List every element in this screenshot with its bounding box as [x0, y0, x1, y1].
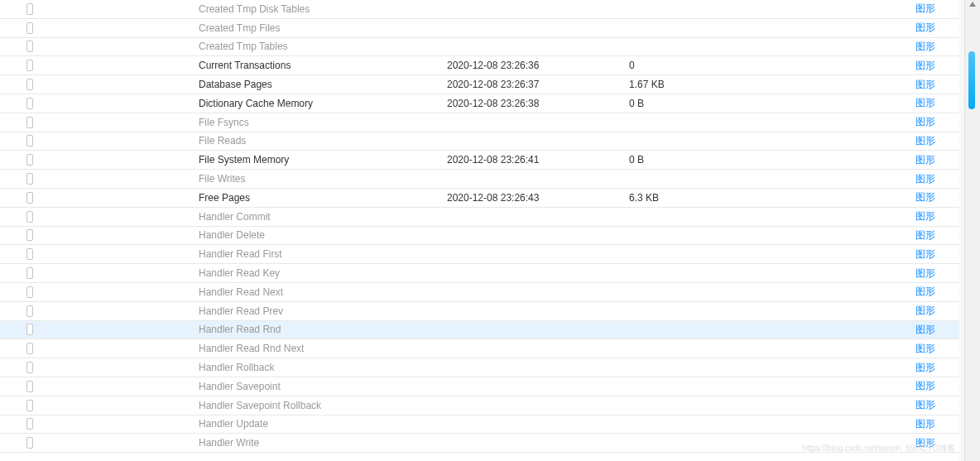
row-checkbox[interactable]	[26, 343, 33, 354]
chart-link[interactable]: 图形	[915, 191, 935, 203]
row-checkbox[interactable]	[26, 437, 33, 449]
row-checkbox[interactable]	[26, 418, 33, 430]
chart-link[interactable]: 图形	[915, 343, 935, 354]
chart-link[interactable]: 图形	[915, 79, 935, 90]
row-checkbox[interactable]	[26, 324, 33, 335]
action-cell: 图形	[737, 323, 964, 337]
row-checkbox[interactable]	[26, 79, 33, 90]
row-checkbox[interactable]	[26, 286, 33, 298]
metric-name: Handler Write	[33, 437, 406, 449]
checkbox-cell	[0, 305, 33, 317]
scrollbar-thumb[interactable]	[968, 51, 975, 109]
chart-link[interactable]: 图形	[915, 97, 935, 108]
table-row[interactable]: Handler Read First图形	[0, 245, 964, 264]
table-row[interactable]: File Reads图形	[0, 132, 964, 151]
row-checkbox[interactable]	[26, 154, 33, 166]
table-row[interactable]: Handler Read Key图形	[0, 264, 964, 283]
metric-name: Handler Read Key	[33, 267, 406, 279]
chart-link[interactable]: 图形	[915, 324, 935, 335]
metric-name: File System Memory	[33, 154, 406, 166]
table-row[interactable]: Handler Read Next图形	[0, 283, 964, 302]
checkbox-cell	[0, 211, 33, 223]
chart-link[interactable]: 图形	[915, 22, 935, 33]
row-checkbox[interactable]	[26, 381, 33, 392]
chart-link[interactable]: 图形	[915, 173, 935, 185]
row-checkbox[interactable]	[26, 41, 33, 52]
row-checkbox[interactable]	[26, 135, 33, 146]
table-row[interactable]: File System Memory2020-12-08 23:26:410 B…	[0, 151, 964, 170]
table-row[interactable]: Free Pages2020-12-08 23:26:436.3 KB图形	[0, 189, 964, 208]
chart-link[interactable]: 图形	[915, 2, 935, 14]
table-scroll-area[interactable]: Created Tmp Disk Tables图形Created Tmp Fil…	[0, 0, 964, 461]
action-cell: 图形	[737, 2, 964, 16]
checkbox-cell	[0, 117, 33, 128]
action-cell: 图形	[737, 59, 964, 73]
row-checkbox[interactable]	[26, 173, 33, 185]
metric-name: Handler Delete	[33, 229, 406, 241]
chart-link[interactable]: 图形	[915, 210, 935, 222]
metric-name: Current Transactions	[33, 60, 406, 71]
checkbox-cell	[0, 173, 33, 185]
row-checkbox[interactable]	[26, 22, 33, 34]
table-row[interactable]: Handler Savepoint Rollback图形	[0, 396, 964, 415]
chart-link[interactable]: 图形	[915, 305, 935, 316]
row-checkbox[interactable]	[26, 400, 33, 411]
table-row[interactable]: Handler Update图形	[0, 415, 964, 435]
chart-link[interactable]: 图形	[915, 380, 935, 391]
metric-name: Handler Commit	[33, 211, 406, 223]
action-cell: 图形	[737, 115, 964, 129]
metric-time: 2020-12-08 23:26:36	[406, 60, 571, 71]
metric-name: File Writes	[33, 173, 406, 185]
row-checkbox[interactable]	[26, 211, 33, 223]
table-row[interactable]: Handler Write图形	[0, 434, 964, 453]
table-row[interactable]: Database Pages2020-12-08 23:26:371.67 KB…	[0, 75, 964, 94]
chart-link[interactable]: 图形	[915, 60, 935, 71]
chart-link[interactable]: 图形	[915, 248, 935, 260]
chart-link[interactable]: 图形	[915, 418, 935, 430]
chart-link[interactable]: 图形	[915, 437, 935, 449]
chart-link[interactable]: 图形	[915, 267, 935, 279]
table-row[interactable]: Handler Read Rnd Next图形	[0, 339, 964, 358]
chart-link[interactable]: 图形	[915, 286, 935, 297]
table-row[interactable]: Handler Savepoint图形	[0, 377, 964, 396]
row-checkbox[interactable]	[26, 60, 33, 71]
table-row[interactable]: Handler Commit图形	[0, 208, 964, 227]
table-row[interactable]: Handler Delete图形	[0, 227, 964, 246]
row-checkbox[interactable]	[26, 229, 33, 241]
table-row[interactable]: File Writes图形	[0, 170, 964, 189]
chart-link[interactable]: 图形	[915, 116, 935, 127]
table-row[interactable]: Created Tmp Files图形	[0, 19, 964, 38]
chart-link[interactable]: 图形	[915, 399, 935, 411]
table-row[interactable]: Created Tmp Tables图形	[0, 38, 964, 57]
table-row[interactable]: Created Tmp Disk Tables图形	[0, 0, 964, 19]
row-checkbox[interactable]	[26, 117, 33, 128]
chart-link[interactable]: 图形	[915, 229, 935, 241]
checkbox-cell	[0, 229, 33, 241]
table-row[interactable]: File Fsyncs图形	[0, 113, 964, 132]
chart-link[interactable]: 图形	[915, 154, 935, 166]
row-checkbox[interactable]	[26, 3, 33, 15]
row-checkbox[interactable]	[26, 192, 33, 204]
row-checkbox[interactable]	[26, 98, 33, 109]
chart-link[interactable]: 图形	[915, 362, 935, 373]
checkbox-cell	[0, 22, 33, 34]
row-checkbox[interactable]	[26, 267, 33, 279]
scrollbar-track[interactable]	[964, 0, 980, 461]
metric-name: Handler Read First	[33, 248, 406, 260]
chart-link[interactable]: 图形	[915, 41, 935, 52]
row-checkbox[interactable]	[26, 362, 33, 373]
row-checkbox[interactable]	[26, 248, 33, 260]
table-row[interactable]: Handler Read Rnd图形	[0, 321, 964, 340]
table-row[interactable]: Current Transactions2020-12-08 23:26:360…	[0, 56, 964, 75]
metric-name: File Fsyncs	[33, 117, 406, 128]
table-row[interactable]: Dictionary Cache Memory2020-12-08 23:26:…	[0, 94, 964, 113]
checkbox-cell	[0, 41, 33, 52]
metric-name: Created Tmp Disk Tables	[33, 3, 406, 15]
row-checkbox[interactable]	[26, 305, 33, 317]
chart-link[interactable]: 图形	[915, 135, 935, 146]
table-row[interactable]: Handler Read Prev图形	[0, 302, 964, 321]
table-row[interactable]: Handler Rollback图形	[0, 358, 964, 377]
action-cell: 图形	[737, 247, 964, 262]
metric-name: Handler Read Rnd Next	[33, 343, 406, 354]
scroll-arrow-up-icon[interactable]	[969, 2, 976, 7]
